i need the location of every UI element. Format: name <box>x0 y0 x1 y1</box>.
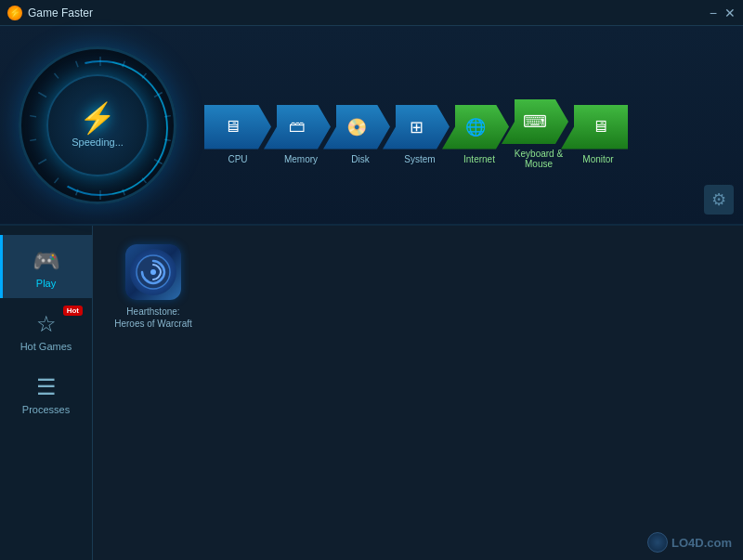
watermark-text: LO4D.com <box>671 536 732 550</box>
title-bar-controls: − ✕ <box>710 7 736 20</box>
internet-icon: 🌐 <box>465 117 486 137</box>
segment-memory[interactable]: 🗃 Memory <box>271 105 331 164</box>
segment-internet-label: Internet <box>463 154 495 164</box>
segment-system-shape[interactable]: ⊞ <box>383 105 450 150</box>
game-item-hearthstone[interactable]: Hearthstone:Heroes of Warcraft <box>111 244 195 330</box>
segment-cpu[interactable]: 🖥 CPU <box>204 105 271 164</box>
segment-disk[interactable]: 📀 Disk <box>331 105 390 164</box>
sidebar-item-processes[interactable]: ☰ Processes <box>0 361 92 424</box>
watermark: LO4D.com <box>647 532 732 553</box>
disk-icon: 📀 <box>346 117 367 137</box>
segment-internet-shape[interactable]: 🌐 <box>442 105 509 150</box>
sidebar-item-hot-games[interactable]: Hot ☆ Hot Games <box>0 298 92 361</box>
svg-line-12 <box>38 159 46 163</box>
gauge-outer: ⚡ Speeding... <box>19 46 176 204</box>
svg-point-21 <box>150 269 156 275</box>
active-indicator <box>0 235 3 298</box>
top-panel: ⚡ Speeding... 🖥 CPU 🗃 Memory <box>0 26 743 226</box>
segment-keyboard-mouse[interactable]: ⌨ Keyboard & Mouse <box>509 99 568 169</box>
segment-memory-label: Memory <box>284 154 318 164</box>
sidebar-item-play[interactable]: 🎮 Play <box>0 235 92 298</box>
svg-line-16 <box>55 73 59 78</box>
hot-games-icon: ☆ <box>36 311 57 337</box>
gauge-status: Speeding... <box>72 137 124 148</box>
gear-icon: ⚙ <box>711 189 726 210</box>
svg-line-17 <box>76 60 78 67</box>
segment-memory-shape[interactable]: 🗃 <box>264 105 331 150</box>
play-icon: 🎮 <box>33 248 60 274</box>
segment-disk-label: Disk <box>351 154 369 164</box>
minimize-button[interactable]: − <box>710 7 717 20</box>
gauge-inner: ⚡ Speeding... <box>46 74 149 176</box>
title-bar: ⚡ Game Faster − ✕ <box>0 0 743 26</box>
hearthstone-spiral-svg <box>135 254 172 291</box>
svg-line-14 <box>30 115 36 116</box>
title-bar-left: ⚡ Game Faster <box>7 6 93 20</box>
pipeline-wrapper: 🖥 CPU 🗃 Memory 📀 Disk ⊞ <box>204 81 628 169</box>
segment-system-label: System <box>404 154 435 164</box>
hearthstone-icon <box>125 244 181 300</box>
main-content: 🎮 Play Hot ☆ Hot Games ☰ Processes <box>0 226 743 560</box>
close-button[interactable]: ✕ <box>724 7 736 20</box>
speed-gauge: ⚡ Speeding... <box>19 46 176 204</box>
pipeline-segments: 🖥 CPU 🗃 Memory 📀 Disk ⊞ <box>204 99 628 169</box>
segment-monitor-label: Monitor <box>582 154 613 164</box>
sidebar: 🎮 Play Hot ☆ Hot Games ☰ Processes <box>0 226 93 560</box>
app-title: Game Faster <box>28 7 93 20</box>
bolt-icon: ⚡ <box>79 103 116 133</box>
memory-icon: 🗃 <box>289 117 306 137</box>
app-icon: ⚡ <box>7 6 22 20</box>
system-icon: ⊞ <box>410 117 424 137</box>
segment-monitor-shape[interactable]: 🖥 <box>561 105 628 150</box>
segment-cpu-shape[interactable]: 🖥 <box>204 105 271 150</box>
segment-monitor[interactable]: 🖥 Monitor <box>568 105 628 164</box>
sidebar-processes-label: Processes <box>22 404 70 415</box>
processes-icon: ☰ <box>36 374 57 400</box>
svg-line-11 <box>55 177 59 182</box>
monitor-icon: 🖥 <box>592 117 608 137</box>
sidebar-hot-games-label: Hot Games <box>20 341 72 352</box>
cpu-icon: 🖥 <box>224 117 241 137</box>
watermark-globe <box>647 532 668 553</box>
segment-internet[interactable]: 🌐 Internet <box>450 105 509 164</box>
segment-disk-shape[interactable]: 📀 <box>323 105 390 150</box>
segment-keyboard-label: Keyboard & Mouse <box>515 149 563 169</box>
hot-badge: Hot <box>63 306 83 316</box>
svg-line-13 <box>30 139 36 140</box>
sidebar-play-label: Play <box>36 278 56 289</box>
hearthstone-icon-inner <box>130 249 176 295</box>
segment-cpu-label: CPU <box>228 154 247 164</box>
segment-system[interactable]: ⊞ System <box>390 105 450 164</box>
segment-keyboard-shape[interactable]: ⌨ <box>502 99 568 144</box>
settings-button[interactable]: ⚙ <box>704 185 734 215</box>
content-area: Hearthstone:Heroes of Warcraft LO4D.com <box>93 226 743 560</box>
svg-line-15 <box>38 92 46 97</box>
keyboard-icon: ⌨ <box>523 111 547 132</box>
game-name-hearthstone: Hearthstone:Heroes of Warcraft <box>114 306 192 330</box>
